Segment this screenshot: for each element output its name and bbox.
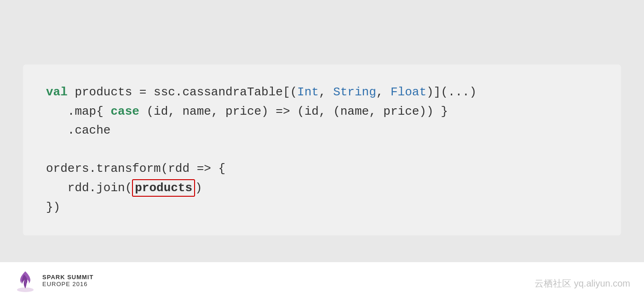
type-int: Int — [297, 85, 319, 99]
map-prefix: .map{ — [46, 105, 110, 118]
type-string: String — [333, 85, 376, 99]
comma1: , — [319, 85, 333, 99]
line1-end: )](...) — [426, 85, 491, 99]
code-line-7: }) — [46, 198, 598, 217]
type-float: Float — [391, 85, 426, 99]
logo-area: SPARK SUMMIT EUROPE 2016 — [14, 269, 93, 292]
code-block: val products = ssc.cassandraTable[(Int, … — [23, 64, 621, 235]
code-line-3: .cache — [46, 121, 598, 141]
rdd-join-suffix: ) — [195, 181, 202, 195]
code-text-products-var: products = ssc.cassandraTable[( — [68, 85, 297, 99]
code-line-2: .map{ case (id, name, price) => (id, (na… — [46, 102, 598, 122]
logo-subtitle: EUROPE 2016 — [42, 281, 93, 287]
map-rest: (id, name, price) => (id, (name, price))… — [139, 105, 448, 118]
cache-text: .cache — [46, 123, 110, 137]
logo-text-area: SPARK SUMMIT EUROPE 2016 — [42, 274, 93, 287]
slide-background: val products = ssc.cassandraTable[(Int, … — [0, 0, 644, 299]
comma2: , — [376, 85, 391, 99]
keyword-case: case — [110, 105, 139, 118]
code-line-5: orders.transform(rdd => { — [46, 159, 598, 179]
rdd-join-prefix: rdd.join( — [46, 181, 132, 195]
code-empty-line — [46, 141, 598, 160]
logo-title: SPARK SUMMIT — [42, 274, 93, 281]
watermark: 云栖社区 yq.aliyun.com — [535, 277, 630, 290]
keyword-val: val — [46, 85, 68, 99]
code-line-6: rdd.join(products) — [46, 179, 598, 198]
code-line-1: val products = ssc.cassandraTable[(Int, … — [46, 83, 598, 102]
highlighted-products: products — [132, 179, 195, 197]
closing-brace: }) — [46, 200, 60, 214]
spark-logo-icon — [14, 269, 37, 292]
orders-transform: orders.transform(rdd => { — [46, 162, 225, 176]
